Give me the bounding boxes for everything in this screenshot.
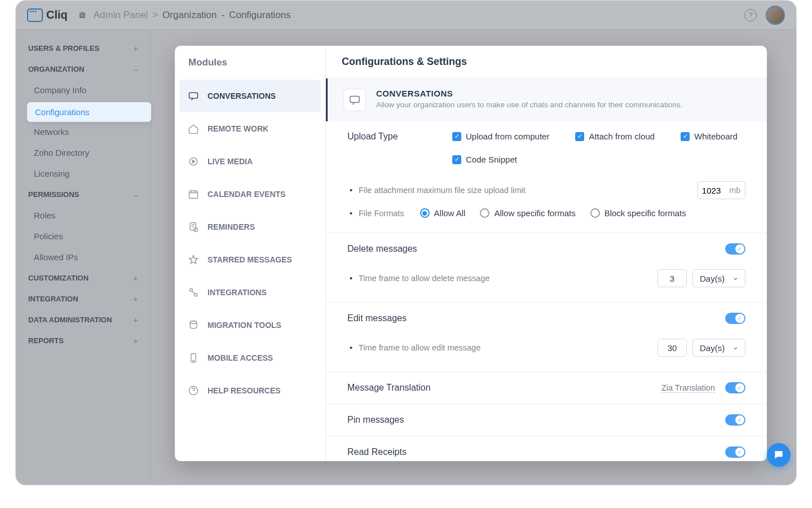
checkbox-icon: ✓ [452, 132, 461, 141]
row-read-receipts: Read Receipts Allow users in your organi… [326, 436, 767, 461]
row-delete-messages: Delete messages Time frame to allow dele… [326, 233, 767, 303]
svg-point-7 [190, 321, 197, 324]
toggle-edit-messages[interactable] [725, 313, 745, 324]
section-conversations: CONVERSATIONS Allow your organization us… [326, 78, 767, 121]
checkbox-icon: ✓ [575, 132, 584, 141]
zia-translation-link[interactable]: Zia Translation [661, 383, 715, 393]
settings-title: Configurations & Settings [326, 46, 767, 78]
edit-timeframe-label: Time frame to allow edit message [359, 343, 480, 352]
media-icon [187, 155, 200, 168]
home-icon [187, 122, 200, 135]
size-unit: mb [725, 186, 745, 195]
svg-rect-11 [350, 97, 360, 103]
radio-icon [420, 208, 430, 218]
checkbox-whiteboard[interactable]: ✓Whiteboard [681, 132, 738, 141]
row-pin-messages: Pin messages [326, 404, 767, 436]
mobile-icon [187, 352, 200, 364]
module-item-live-media[interactable]: LIVE MEDIA [179, 145, 321, 178]
formats-label: File Formats [359, 209, 404, 218]
toggle-delete-messages[interactable] [725, 243, 745, 255]
svg-point-9 [193, 360, 194, 361]
max-size-label: File attachment maximum file size upload… [359, 186, 526, 195]
row-title: Pin messages [347, 415, 404, 425]
radio-icon [480, 208, 489, 218]
radio-block-specific[interactable]: Block specific formats [590, 208, 686, 218]
svg-rect-0 [189, 93, 198, 98]
row-title: Upload Type [347, 132, 398, 142]
sidebar-item-configurations[interactable]: Configurations [27, 102, 151, 122]
row-upload-type: Upload Type ✓Upload from computer ✓Attac… [326, 121, 767, 233]
toggle-translation[interactable] [725, 382, 745, 393]
help-icon [187, 384, 200, 397]
max-size-input-wrap: mb [698, 181, 745, 199]
conversations-icon [187, 90, 200, 102]
settings-main: Configurations & Settings CONVERSATIONS … [326, 46, 767, 461]
conversations-icon [343, 89, 366, 111]
delete-timeframe-unit-select[interactable]: Day(s) [692, 269, 745, 287]
row-title: Edit messages [347, 313, 407, 323]
module-item-conversations[interactable]: CONVERSATIONS [179, 80, 321, 112]
edit-timeframe-input[interactable] [657, 339, 687, 357]
toggle-read-receipts[interactable] [725, 446, 745, 458]
module-item-remote-work[interactable]: REMOTE WORK [179, 112, 321, 145]
module-item-integrations[interactable]: INTEGRATIONS [179, 276, 321, 309]
row-message-translation: Message Translation Zia Translation [326, 372, 767, 404]
upload-options: ✓Upload from computer ✓Attach from cloud… [452, 132, 745, 164]
modules-title: Modules [175, 46, 325, 80]
edit-timeframe-unit-select[interactable]: Day(s) [692, 339, 745, 357]
radio-icon [590, 208, 600, 218]
modules-sidebar: Modules CONVERSATIONS REMOTE WORK [175, 46, 326, 461]
star-icon [187, 253, 200, 266]
svg-rect-2 [189, 191, 198, 198]
delete-timeframe-input[interactable] [657, 269, 687, 287]
module-item-help[interactable]: HELP RESOURCES [179, 374, 321, 407]
section-title: CONVERSATIONS [376, 89, 682, 98]
row-title: Read Receipts [347, 447, 407, 457]
module-item-reminders[interactable]: REMINDERS [179, 211, 321, 243]
configurations-modal: Modules CONVERSATIONS REMOTE WORK [175, 46, 767, 461]
chat-fab[interactable] [767, 443, 791, 467]
checkbox-attach-cloud[interactable]: ✓Attach from cloud [575, 132, 655, 141]
row-title: Delete messages [347, 244, 417, 254]
checkbox-code-snippet[interactable]: ✓Code Snippet [452, 155, 517, 164]
module-item-migration[interactable]: MIGRATION TOOLS [179, 309, 321, 341]
migration-icon [187, 319, 200, 331]
integrations-icon [187, 286, 200, 299]
checkbox-icon: ✓ [681, 132, 690, 141]
max-size-input[interactable] [698, 186, 725, 195]
toggle-pin-messages[interactable] [725, 414, 745, 426]
reminder-icon [187, 221, 200, 233]
delete-timeframe-label: Time frame to allow delete message [359, 274, 489, 283]
checkbox-icon: ✓ [452, 155, 461, 164]
row-title: Message Translation [347, 383, 431, 393]
module-item-calendar[interactable]: CALENDAR EVENTS [179, 178, 321, 211]
checkbox-upload-computer[interactable]: ✓Upload from computer [452, 132, 549, 141]
module-item-mobile[interactable]: MOBILE ACCESS [179, 341, 321, 374]
row-edit-messages: Edit messages Time frame to allow edit m… [326, 303, 767, 372]
section-desc: Allow your organization users to make us… [376, 100, 682, 109]
module-item-starred[interactable]: STARRED MESSAGES [179, 243, 321, 276]
radio-allow-specific[interactable]: Allow specific formats [480, 208, 575, 218]
calendar-icon [187, 188, 200, 200]
radio-allow-all[interactable]: Allow All [420, 208, 466, 218]
